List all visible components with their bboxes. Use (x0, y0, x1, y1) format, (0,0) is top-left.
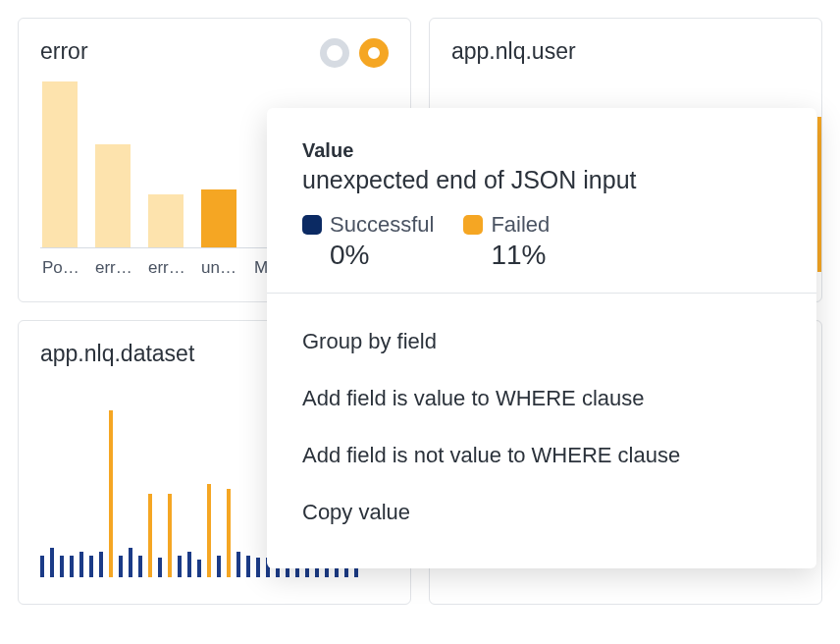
stripe-blue[interactable] (178, 556, 182, 577)
stripe-blue[interactable] (89, 556, 93, 577)
stripe-blue[interactable] (256, 558, 260, 577)
swatch-successful-icon (302, 215, 322, 235)
legend-failed-pct: 11% (463, 240, 550, 271)
stripe-blue[interactable] (50, 548, 54, 577)
stripe-blue[interactable] (217, 556, 221, 577)
menu-add-is-where[interactable]: Add field is value to WHERE clause (302, 370, 781, 427)
popover-legend: Successful 0% Failed 11% (302, 212, 781, 271)
card-dataset-title: app.nlq.dataset (40, 341, 194, 367)
legend-failed: Failed 11% (463, 212, 550, 271)
stripe-blue[interactable] (158, 558, 162, 577)
stripe-yellow[interactable] (227, 489, 231, 577)
popover-field-label: Value (302, 139, 781, 162)
menu-copy-value[interactable]: Copy value (302, 484, 781, 541)
stripe-blue[interactable] (129, 548, 132, 577)
legend-successful-pct: 0% (302, 240, 434, 271)
stripe-yellow[interactable] (168, 494, 172, 577)
stripe-blue[interactable] (79, 552, 83, 577)
stripe-blue[interactable] (40, 556, 44, 577)
stripe-blue[interactable] (246, 556, 250, 577)
stripe-yellow[interactable] (148, 494, 152, 577)
series-toggle-inactive-icon[interactable] (320, 38, 349, 68)
stripe-yellow[interactable] (109, 410, 113, 577)
bar-label-3: un… (201, 258, 236, 278)
bar-1[interactable] (95, 144, 131, 247)
stripe-yellow[interactable] (207, 484, 211, 577)
series-toggle-group (320, 38, 389, 68)
menu-add-is-not-where[interactable]: Add field is not value to WHERE clause (302, 427, 781, 484)
card-error-header: error (40, 38, 389, 68)
legend-failed-name: Failed (491, 212, 550, 238)
stripe-blue[interactable] (138, 556, 142, 577)
swatch-failed-icon (463, 215, 483, 235)
legend-successful: Successful 0% (302, 212, 434, 271)
card-user-header: app.nlq.user (451, 38, 800, 65)
user-line (817, 117, 821, 272)
stripe-blue[interactable] (99, 552, 103, 577)
legend-successful-name: Successful (330, 212, 434, 238)
menu-group-by-field[interactable]: Group by field (302, 313, 781, 370)
series-toggle-active-icon[interactable] (359, 38, 389, 68)
card-error-title: error (40, 38, 88, 65)
popover-divider (267, 293, 816, 294)
stripe-blue[interactable] (70, 556, 74, 577)
value-popover: Value unexpected end of JSON input Succe… (267, 108, 816, 568)
card-user-title: app.nlq.user (451, 38, 576, 65)
stripe-blue[interactable] (197, 560, 201, 577)
bar-label-1: err… (95, 258, 131, 278)
bar-label-2: err… (148, 258, 184, 278)
stripe-blue[interactable] (187, 552, 191, 577)
stripe-blue[interactable] (119, 556, 123, 577)
bar-0[interactable] (42, 81, 78, 247)
stripe-blue[interactable] (60, 556, 64, 577)
bar-3-selected[interactable] (201, 189, 236, 247)
stripe-blue[interactable] (236, 552, 240, 577)
bar-label-0: Po… (42, 258, 78, 278)
bar-2[interactable] (148, 194, 184, 247)
popover-value: unexpected end of JSON input (302, 166, 781, 194)
